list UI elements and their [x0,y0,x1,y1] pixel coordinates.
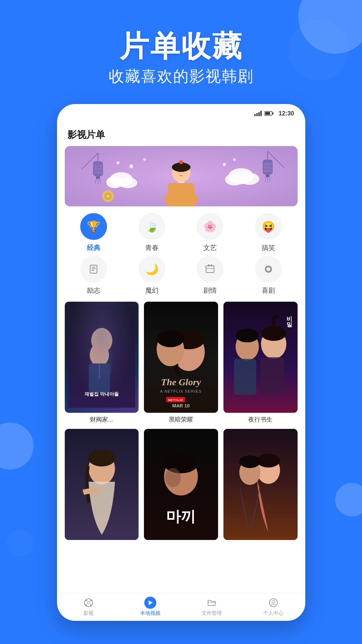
movie-poster-1: 재벌집 막내아들 [65,302,139,413]
svg-point-42 [116,161,119,164]
movie-card-1[interactable]: 재벌집 막내아들 财阀家... [65,302,139,424]
svg-rect-10 [94,164,102,167]
svg-point-100 [86,600,87,601]
svg-rect-6 [272,112,273,114]
nav-label-profile: 个人中心 [263,610,283,616]
svg-point-103 [90,604,92,606]
film-icon [84,598,93,607]
nav-label-movies: 影视 [84,610,94,616]
category-art[interactable]: 🌸 文艺 [181,213,240,252]
page-title: 影视片单 [58,122,304,146]
category-icon-drama [197,256,223,283]
svg-rect-62 [91,350,112,374]
category-comedy[interactable]: 喜剧 [239,256,298,295]
svg-point-61 [91,328,112,353]
poster-1-art: 재벌집 막내아들 [68,305,136,409]
nav-icon-file-mgmt [206,597,218,609]
svg-rect-13 [96,176,100,179]
decorative-circle-4 [335,483,362,516]
movie-poster-6 [223,429,298,540]
movie-card-3[interactable]: 비밀 夜行书生 [223,302,298,424]
category-label-art: 文艺 [203,243,217,252]
svg-rect-2 [258,112,260,116]
status-time: 12:30 [278,110,294,117]
svg-rect-3 [260,111,262,116]
svg-point-19 [118,178,137,188]
poster-3-art: 비밀 [223,302,298,413]
svg-point-101 [90,600,92,601]
category-section: 🏆 经典 🍃 青春 🌸 文艺 😝 搞笑 [58,206,304,298]
category-classic[interactable]: 🏆 经典 [65,213,123,252]
movie-card-4[interactable]: ... [65,429,139,550]
banner-illustration [65,146,298,206]
category-youth[interactable]: 🍃 青春 [123,213,181,252]
svg-rect-83 [234,359,256,395]
bottom-nav: 影视 本地视频 文件管理 [58,593,304,620]
category-icon-fantasy: 🌙 [139,256,165,283]
svg-rect-36 [265,175,269,177]
nav-movies[interactable]: 影视 [58,597,120,616]
banner [65,146,298,206]
category-fantasy[interactable]: 🌙 魔幻 [123,256,181,295]
svg-rect-33 [263,163,271,165]
movie-poster-4 [65,429,139,540]
svg-rect-5 [265,112,270,115]
movie-card-5[interactable]: 마끼 ... [144,429,218,550]
svg-rect-1 [256,113,258,116]
poster-2-art: The Glory A NETFLIX SERIES NETFLIX MAR 1… [144,302,218,413]
svg-point-99 [87,601,90,604]
svg-point-97 [239,455,260,468]
svg-point-71 [157,330,184,347]
movie-title-3: 夜行书生 [223,415,298,424]
svg-rect-0 [254,114,256,116]
svg-rect-52 [206,266,214,273]
svg-point-63 [90,343,109,366]
nav-local-video[interactable]: 本地视频 [119,597,181,616]
category-grid: 🏆 经典 🍃 青春 🌸 文艺 😝 搞笑 [65,213,298,295]
battery-icon [264,111,274,116]
svg-point-41 [143,158,146,161]
svg-point-25 [179,160,183,164]
status-bar: 12:30 [58,105,304,122]
movie-poster-3: 비밀 [223,302,298,413]
category-label-classic: 经典 [87,243,100,252]
svg-marker-104 [149,600,153,605]
phone-mockup: 12:30 影视片单 [57,104,305,621]
category-icon-youth: 🍃 [139,213,165,240]
decorative-circle-3 [0,423,34,469]
signal-icon [254,111,262,116]
category-icon-comedy [255,256,282,283]
decorative-circle-5 [7,530,34,557]
header-title: 片单收藏 [0,30,362,63]
category-funny[interactable]: 😝 搞笑 [239,213,298,252]
category-icon-inspire [80,256,107,283]
category-label-comedy: 喜剧 [262,286,275,295]
movie-grid: 재벌집 막내아들 财阀家... [65,302,298,550]
svg-text:재벌집 막내아들: 재벌집 막내아들 [85,391,119,397]
svg-point-81 [236,329,259,342]
movie-section: 재벌집 막내아들 财阀家... [58,298,304,550]
svg-point-102 [86,604,87,606]
status-icons: 12:30 [254,110,294,117]
comedy-icon-svg [263,264,274,275]
folder-icon [207,598,216,607]
movie-card-6[interactable]: ... [223,429,298,550]
nav-icon-movies [83,597,95,609]
svg-rect-34 [263,166,271,169]
category-drama[interactable]: 剧情 [181,256,240,295]
nav-profile[interactable]: 个人中心 [243,597,304,616]
svg-point-87 [88,449,115,466]
category-icon-funny: 😝 [255,213,282,240]
movie-card-2[interactable]: The Glory A NETFLIX SERIES NETFLIX MAR 1… [144,302,218,424]
category-inspire[interactable]: 励志 [65,256,123,295]
movie-title-1: 财阀家... [65,415,139,424]
category-icon-classic: 🏆 [80,213,107,240]
nav-file-mgmt[interactable]: 文件管理 [181,597,243,616]
svg-rect-11 [94,168,102,170]
svg-rect-82 [260,357,284,394]
svg-point-47 [106,195,109,198]
svg-text:The Glory: The Glory [161,377,201,387]
svg-point-59 [264,265,272,273]
svg-text:마끼: 마끼 [166,508,196,525]
profile-icon [269,598,278,607]
